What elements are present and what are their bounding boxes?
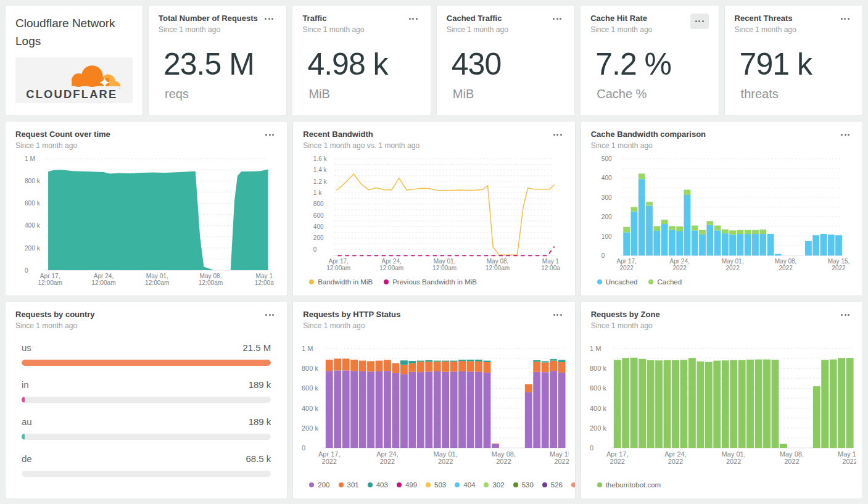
- legend-label: Uncached: [606, 278, 638, 286]
- svg-text:May 08,: May 08,: [487, 258, 509, 265]
- legend-dot: [309, 482, 314, 487]
- svg-text:2022: 2022: [380, 458, 395, 465]
- legend-label: Cached: [657, 278, 682, 286]
- http-status-chart[interactable]: 0200 k400 k600 k800 k1 MApr 17,2022Apr 2…: [300, 334, 568, 476]
- legend-item[interactable]: 404: [455, 481, 475, 489]
- ellipsis-icon: [409, 18, 418, 20]
- legend-item[interactable]: 503: [426, 481, 446, 489]
- ellipsis-icon: [265, 314, 274, 316]
- svg-text:12:00am: 12:00am: [38, 279, 62, 286]
- svg-text:May 15,: May 15,: [550, 450, 568, 458]
- legend-item[interactable]: Cached: [648, 278, 682, 286]
- svg-text:800 k: 800 k: [302, 365, 318, 372]
- legend-label: 503: [434, 481, 446, 489]
- svg-text:200 k: 200 k: [590, 424, 606, 432]
- legend-item[interactable]: 524: [571, 481, 576, 489]
- panel-title: Recent Threats: [735, 14, 796, 23]
- legend-dot: [648, 279, 653, 284]
- panel-menu-button[interactable]: [406, 14, 421, 24]
- panel-cache-bandwidth: Cache Bandwidth comparison Since 1 month…: [581, 121, 863, 296]
- svg-text:800 k: 800 k: [25, 178, 41, 184]
- legend-item[interactable]: 530: [513, 481, 534, 489]
- panel-title: Cache Bandwidth comparison: [591, 130, 706, 139]
- svg-text:400 k: 400 k: [302, 405, 318, 412]
- legend-label: 499: [405, 481, 417, 489]
- panel-menu-button[interactable]: [550, 14, 564, 24]
- svg-text:600 k: 600 k: [25, 200, 41, 207]
- svg-text:1 k: 1 k: [313, 189, 322, 196]
- panel-menu-button[interactable]: [262, 310, 277, 320]
- panel-menu-button[interactable]: [262, 14, 276, 24]
- stat-value: 7.2 %: [595, 46, 708, 82]
- ellipsis-icon: [841, 18, 849, 20]
- svg-text:2022: 2022: [668, 458, 682, 465]
- svg-text:0: 0: [313, 246, 317, 253]
- legend-label: 530: [522, 481, 534, 489]
- middle-charts-row: Request Count over time Since 1 month ag…: [5, 121, 863, 296]
- svg-text:May 1: May 1: [542, 258, 560, 265]
- svg-text:12:00am: 12:00am: [486, 265, 510, 271]
- panel-menu-button[interactable]: [262, 130, 277, 140]
- svg-text:12:00am: 12:00am: [145, 279, 169, 286]
- panel-subtitle: Since 1 month ago: [15, 321, 95, 330]
- svg-text:400 k: 400 k: [590, 405, 606, 412]
- svg-text:2022: 2022: [496, 458, 511, 465]
- legend-dot: [455, 482, 460, 487]
- svg-text:Apr 17,: Apr 17,: [40, 273, 60, 279]
- svg-text:2022: 2022: [672, 265, 687, 271]
- zone-chart[interactable]: 0200 k400 k600 k800 k1 MApr 17,2022Apr 2…: [589, 334, 856, 476]
- panel-subtitle: Since 1 month ago: [303, 321, 400, 330]
- legend-item[interactable]: 301: [339, 481, 359, 489]
- cache-bandwidth-chart[interactable]: 0100200300400500Apr 17,2022Apr 24,2022Ma…: [589, 154, 856, 273]
- legend-item[interactable]: Previous Bandwidth in MiB: [384, 278, 477, 286]
- panel-subtitle: Since 1 month ago: [591, 141, 706, 150]
- panel-menu-button[interactable]: [838, 130, 853, 140]
- panel-title: Traffic: [302, 14, 364, 23]
- legend-item[interactable]: 526: [542, 481, 563, 489]
- svg-text:Apr 17,: Apr 17,: [606, 450, 628, 458]
- bottom-charts-row: Requests by country Since 1 month ago us…: [5, 301, 863, 499]
- bandwidth-legend: Bandwidth in MiBPrevious Bandwidth in Mi…: [303, 273, 564, 287]
- svg-text:600 k: 600 k: [590, 384, 606, 392]
- panel-requests-by-http-status: Requests by HTTP Status Since 1 month ag…: [292, 301, 575, 499]
- panel-title: Recent Bandwidth: [303, 130, 420, 139]
- legend-dot: [309, 279, 314, 284]
- svg-text:800 k: 800 k: [590, 365, 606, 372]
- panel-menu-button[interactable]: [550, 310, 565, 320]
- legend-item[interactable]: 403: [368, 481, 388, 489]
- svg-text:May 08,: May 08,: [200, 273, 222, 279]
- panel-menu-button[interactable]: [690, 14, 709, 29]
- panel-menu-button[interactable]: [550, 130, 565, 140]
- country-row: au189 k: [22, 416, 271, 440]
- svg-text:2022: 2022: [832, 265, 846, 271]
- ellipsis-icon: [695, 20, 704, 22]
- request-count-chart[interactable]: 0200 k400 k600 k800 k1 MApr 17,12:00amAp…: [13, 154, 281, 287]
- legend-item[interactable]: 302: [484, 481, 504, 489]
- legend-dot: [571, 482, 576, 487]
- legend-item[interactable]: 200: [309, 481, 329, 489]
- svg-text:2022: 2022: [555, 458, 569, 465]
- legend-item[interactable]: Uncached: [597, 278, 638, 286]
- legend-dot: [513, 482, 518, 487]
- legend-item[interactable]: theburritobot.com: [597, 481, 661, 489]
- legend-item[interactable]: 499: [397, 481, 417, 489]
- legend-item[interactable]: Bandwidth in MiB: [309, 278, 373, 286]
- svg-text:Apr 24,: Apr 24,: [664, 450, 686, 458]
- ellipsis-icon: [553, 134, 562, 136]
- svg-text:400: 400: [313, 223, 324, 230]
- panel-menu-button[interactable]: [838, 310, 853, 320]
- svg-text:600 k: 600 k: [302, 384, 318, 392]
- svg-text:200 k: 200 k: [25, 245, 41, 252]
- bandwidth-chart[interactable]: 02004006008001 k1.2 k1.4 k1.6 kApr 17,12…: [300, 154, 568, 273]
- country-value: 21.5 M: [242, 342, 271, 353]
- stat-value: 791 k: [740, 46, 853, 82]
- svg-text:May 01,: May 01,: [721, 258, 743, 265]
- panel-subtitle: Since 1 month ago: [15, 141, 110, 150]
- panel-cache-hit-rate: Cache Hit Rate Since 1 month ago 7.2 % C…: [580, 5, 719, 116]
- panel-menu-button[interactable]: [838, 14, 853, 24]
- svg-text:May 01,: May 01,: [146, 273, 168, 279]
- panel-title: Request Count over time: [15, 130, 110, 139]
- panel-subtitle: Since 1 month ago: [302, 25, 364, 34]
- svg-text:2022: 2022: [610, 458, 624, 465]
- svg-text:12:00am: 12:00am: [326, 265, 350, 271]
